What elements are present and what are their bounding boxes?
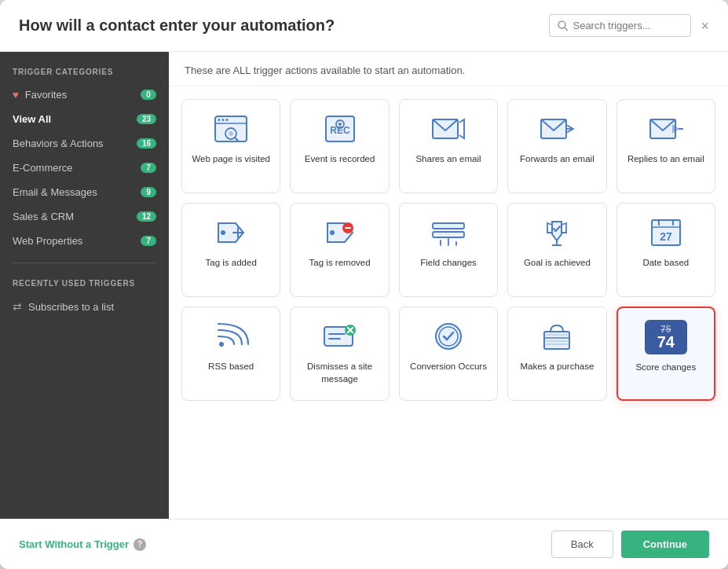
trigger-label-web-page-visited: Web page is visited [192,153,270,166]
trigger-score-changes[interactable]: 75 74 Score changes [616,307,715,401]
modal-footer: Start Without a Trigger ? Back Continue [0,519,728,569]
trigger-shares-email[interactable]: Shares an email [399,99,498,193]
modal-container: How will a contact enter your automation… [0,0,728,569]
dismisses-site-icon [319,320,361,353]
goal-achieved-icon [536,216,578,249]
forwards-email-icon [536,112,578,145]
trigger-label-field-changes: Field changes [420,257,477,270]
trigger-dismisses-site[interactable]: Dismisses a site message [290,307,389,401]
trigger-label-replies-email: Replies to an email [627,153,704,166]
sidebar-label-favorites: Favorites [25,89,67,101]
svg-rect-51 [544,332,569,349]
trigger-forwards-email[interactable]: Forwards an email [507,99,606,193]
sidebar-label-behaviors: Behaviors & Actions [13,138,104,149]
continue-button[interactable]: Continue [621,530,709,558]
trigger-label-forwards-email: Forwards an email [520,153,594,166]
badge-view-all: 23 [137,114,156,124]
back-button[interactable]: Back [551,530,613,558]
sidebar-item-ecommerce[interactable]: E-Commerce 7 [0,156,169,180]
trigger-replies-email[interactable]: Replies to an email [616,99,715,193]
trigger-web-page-visited[interactable]: Web page is visited [181,99,280,193]
trigger-label-date-based: Date based [642,257,689,270]
svg-point-5 [222,119,225,121]
trigger-label-tag-added: Tag is added [206,257,257,270]
trigger-event-recorded[interactable]: REC Event is recorded [290,99,389,193]
svg-text:REC: REC [330,125,350,136]
score-bottom-value: 74 [657,334,675,350]
svg-point-4 [218,119,221,121]
search-input[interactable] [573,20,682,31]
svg-rect-26 [433,223,464,229]
trigger-label-conversion-occurs: Conversion Occurs [410,361,487,373]
start-without-link[interactable]: Start Without a Trigger ? [19,538,146,551]
modal-title: How will a contact enter your automation… [19,17,335,35]
conversion-occurs-icon [427,320,470,353]
close-button[interactable]: × [701,19,709,33]
rss-based-icon [210,320,252,353]
field-changes-icon [427,216,470,249]
svg-point-13 [338,123,342,126]
sidebar-label-web-properties: Web Properties [13,235,82,247]
search-icon [558,20,568,31]
shares-email-icon [427,112,470,145]
sidebar-item-subscribes[interactable]: ⇄ Subscribes to a list [0,294,169,319]
web-page-icon [210,112,252,145]
main-description: These are ALL trigger actions available … [169,52,728,86]
svg-point-8 [229,131,233,136]
sidebar-item-web-properties[interactable]: Web Properties 7 [0,229,169,253]
modal-header: How will a contact enter your automation… [0,0,728,52]
categories-title: TRIGGER CATEGORIES [0,68,169,83]
sidebar-item-view-all[interactable]: View All 23 [0,107,169,131]
modal-body: TRIGGER CATEGORIES ♥ Favorites 0 View Al… [0,52,728,519]
recently-title: RECENTLY USED TRIGGERS [0,273,169,294]
search-box[interactable] [549,14,691,37]
sidebar-label-sales-crm: Sales & CRM [13,211,74,222]
replies-email-icon [645,112,687,145]
svg-point-40 [219,342,224,347]
sidebar-label-view-all: View All [13,113,51,125]
trigger-field-changes[interactable]: Field changes [399,203,498,297]
footer-actions: Back Continue [551,530,709,558]
sidebar-label-subscribes: Subscribes to a list [28,301,114,313]
trigger-label-tag-removed: Tag is removed [309,257,371,270]
date-based-icon: 27 [645,216,687,249]
sidebar-item-email-messages[interactable]: Email & Messages 9 [0,180,169,204]
help-icon: ? [134,538,146,551]
trigger-tag-removed[interactable]: Tag is removed [290,203,389,297]
tag-removed-icon [319,216,361,249]
svg-line-1 [565,28,568,31]
trigger-label-makes-purchase: Makes a purchase [520,361,594,373]
trigger-label-shares-email: Shares an email [415,153,481,166]
sidebar-label-email-messages: Email & Messages [13,186,97,198]
svg-point-6 [226,119,229,121]
svg-text:27: 27 [660,230,672,243]
sidebar-divider [13,262,156,263]
badge-ecommerce: 7 [141,163,156,173]
main-content: These are ALL trigger actions available … [169,52,728,519]
trigger-label-score-changes: Score changes [635,362,696,374]
sidebar-item-behaviors[interactable]: Behaviors & Actions 16 [0,131,169,156]
trigger-goal-achieved[interactable]: Goal is achieved [507,203,606,297]
event-recorded-icon: REC [319,112,361,145]
trigger-conversion-occurs[interactable]: Conversion Occurs [399,307,498,401]
badge-web-properties: 7 [141,236,156,246]
badge-favorites: 0 [141,90,156,100]
trigger-makes-purchase[interactable]: Makes a purchase [507,307,606,401]
badge-behaviors: 16 [137,138,156,149]
triggers-grid: Web page is visited REC Event is recorde… [169,86,728,519]
trigger-rss-based[interactable]: RSS based [181,307,280,401]
svg-point-23 [330,230,335,235]
trigger-label-event-recorded: Event is recorded [305,153,375,166]
sidebar-item-sales-crm[interactable]: Sales & CRM 12 [0,204,169,229]
sync-icon: ⇄ [13,300,22,313]
svg-point-20 [221,230,225,235]
trigger-label-dismisses-site: Dismisses a site message [298,361,380,385]
trigger-date-based[interactable]: 27 Date based [616,203,715,297]
header-right: × [549,14,709,37]
sidebar-label-ecommerce: E-Commerce [13,162,73,174]
start-without-label: Start Without a Trigger [19,538,129,550]
tag-added-icon [210,216,252,249]
sidebar-item-favorites[interactable]: ♥ Favorites 0 [0,83,169,107]
trigger-label-goal-achieved: Goal is achieved [524,257,591,270]
trigger-tag-added[interactable]: Tag is added [181,203,280,297]
